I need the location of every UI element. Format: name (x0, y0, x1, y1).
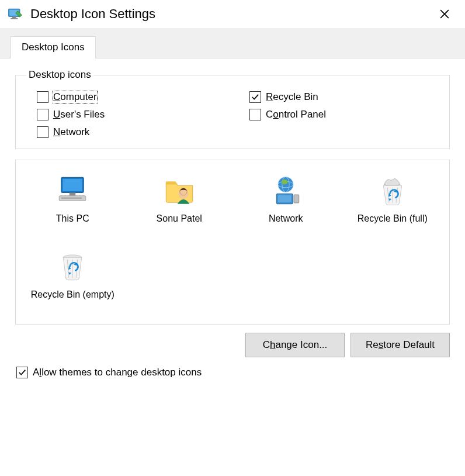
user-folder-icon (161, 172, 198, 209)
svg-rect-10 (61, 197, 82, 199)
icon-recycle-bin-empty[interactable]: Recycle Bin (empty) (22, 244, 124, 316)
group-legend: Desktop icons (26, 69, 93, 81)
checkbox-label: Computer (53, 91, 97, 103)
icon-label: Recycle Bin (empty) (31, 289, 114, 312)
window-title: Desktop Icon Settings (30, 6, 431, 22)
checkbox-label: Recycle Bin (266, 91, 318, 103)
button-row: Change Icon... Restore Default (15, 333, 450, 357)
checkbox-recycle-bin[interactable]: Recycle Bin (249, 91, 439, 103)
tab-content: Desktop icons Computer Recycle Bin User'… (0, 58, 465, 389)
checkbox-label: Network (53, 126, 89, 138)
network-icon (267, 172, 304, 209)
tab-desktop-icons[interactable]: Desktop Icons (11, 36, 96, 58)
icon-recycle-bin-full[interactable]: Recycle Bin (full) (342, 168, 444, 240)
icon-this-pc[interactable]: This PC (22, 168, 124, 240)
computer-icon (54, 172, 91, 209)
checkbox-users-files[interactable]: User's Files (37, 109, 226, 120)
recycle-bin-full-icon (374, 172, 411, 209)
icon-grid: This PC Sonu Patel (22, 168, 443, 316)
checkbox-box[interactable] (37, 91, 48, 103)
svg-rect-3 (11, 18, 18, 19)
icon-network[interactable]: Network (235, 168, 337, 240)
svg-rect-17 (278, 195, 292, 202)
close-button[interactable] (431, 5, 458, 23)
tabstrip: Desktop Icons (0, 28, 465, 58)
svg-rect-18 (294, 195, 299, 203)
checkbox-network[interactable]: Network (37, 126, 226, 138)
checkbox-box[interactable] (249, 91, 261, 103)
svg-rect-8 (70, 193, 76, 196)
restore-default-button[interactable]: Restore Default (351, 333, 450, 357)
checkbox-label: Allow themes to change desktop icons (33, 367, 202, 378)
titlebar: Desktop Icon Settings (0, 0, 465, 28)
checkbox-control-panel[interactable]: Control Panel (249, 109, 439, 120)
checkbox-grid: Computer Recycle Bin User's Files Contro… (26, 89, 439, 138)
desktop-settings-icon (7, 6, 23, 22)
svg-rect-2 (12, 16, 16, 18)
icon-user-folder[interactable]: Sonu Patel (129, 168, 231, 240)
checkbox-computer[interactable]: Computer (37, 91, 226, 103)
recycle-bin-empty-icon (54, 248, 91, 285)
checkbox-box[interactable] (37, 109, 48, 120)
checkbox-box[interactable] (249, 109, 261, 120)
icon-label: Network (269, 213, 303, 236)
checkbox-label: Control Panel (266, 109, 326, 120)
icon-label: Sonu Patel (157, 213, 202, 236)
icon-label: This PC (56, 213, 89, 236)
desktop-icons-group: Desktop icons Computer Recycle Bin User'… (15, 69, 450, 149)
checkbox-box[interactable] (37, 126, 48, 138)
icon-preview-box: This PC Sonu Patel (15, 160, 450, 325)
icon-label: Recycle Bin (full) (358, 213, 428, 236)
checkbox-allow-themes[interactable]: Allow themes to change desktop icons (15, 367, 450, 378)
checkbox-box[interactable] (16, 367, 28, 378)
change-icon-button[interactable]: Change Icon... (245, 333, 345, 357)
svg-rect-7 (63, 179, 82, 191)
checkbox-label: User's Files (53, 109, 105, 120)
